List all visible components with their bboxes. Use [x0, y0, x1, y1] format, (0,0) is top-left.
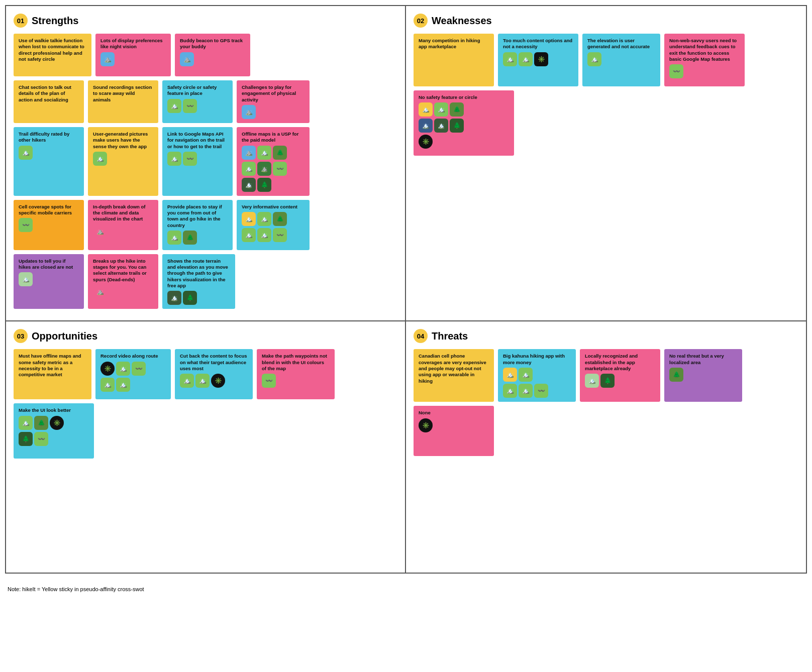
strength-card-ugc[interactable]: User-generated pictures make users have …	[88, 127, 158, 196]
opportunity-card-offlinemaps[interactable]: Must have offline maps and some safety m…	[14, 349, 91, 399]
mountain-icon-11: 🏔️	[503, 52, 517, 66]
opportunity-card-ui-icons2: 🌲 〰️	[19, 432, 89, 446]
opportunity-card-waypoints[interactable]: Make the path waypoints not blend in wit…	[257, 349, 335, 399]
threats-quadrant: 04 Threats Canadian cell phone coverages…	[406, 321, 806, 573]
strength-card-cell-text: Cell coverage spots for specific mobile …	[19, 204, 79, 216]
wave-icon-7: 〰️	[132, 362, 146, 376]
wave-icon-9: 〰️	[34, 432, 48, 446]
strength-card-safety[interactable]: Safety circle or safety feature in place…	[162, 80, 233, 123]
tree-icon: 🌲	[273, 146, 287, 160]
opportunity-card-ui[interactable]: Make the UI look better 🏔️ 🌲 ✳️ 🌲 〰️	[14, 403, 94, 459]
mountain-pink-icon-2: ⛰️	[93, 285, 107, 299]
threat-card-none-text: None	[419, 410, 489, 416]
strength-card-route[interactable]: Shows the route terrain and elevation as…	[162, 254, 235, 309]
strength-card-challenges[interactable]: Challenges to play for engagement of phy…	[237, 80, 310, 123]
wave-icon-2: 〰️	[183, 152, 197, 166]
strengths-header: 01 Strengths	[14, 14, 397, 28]
mountain-yellow-icon: 🏔️	[242, 212, 256, 226]
tree-dark-icon-3: 🌲	[450, 119, 464, 133]
mountain-green-icon-2: 🏔️	[257, 146, 271, 160]
weakness-card-competition[interactable]: Many competition in hiking app marketpla…	[414, 34, 494, 86]
strength-card-trail[interactable]: Trail difficulty rated by other hikers 🏔…	[14, 127, 84, 196]
opportunity-card-cutback[interactable]: Cut back the content to focus on what th…	[175, 349, 253, 399]
mountain-icon-19: 🏔️	[19, 416, 33, 430]
strength-card-buddy[interactable]: Buddy beacon to GPS track your buddy ⛰️	[175, 34, 250, 76]
threat-card-localapp[interactable]: Locally recognized and established in th…	[580, 349, 660, 402]
strengths-row-1: Use of walkie talkie function when lost …	[14, 34, 397, 76]
strength-card-informative[interactable]: Very informative content 🏔️ 🏔️ 🌲 🏔️ 🏔️ 〰…	[237, 200, 310, 250]
strength-card-stages[interactable]: Breaks up the hike into stages for you. …	[88, 254, 158, 309]
strength-card-offline-icons: ⛰️ 🏔️ 🌲	[242, 146, 304, 160]
threat-card-none[interactable]: None ✳️	[414, 406, 494, 456]
strength-card-googlemaps-text: Link to Google Maps API for navigation o…	[167, 131, 228, 150]
weaknesses-row-2: No safety feature or circle 🏔️ 🏔️ 🌲 🏔️ 🏔…	[414, 90, 798, 156]
mountain-green-icon-3: 🏔️	[434, 102, 448, 117]
weakness-card-webusers[interactable]: Non-web-savvy users need to understand f…	[664, 34, 745, 86]
threat-card-cellphone[interactable]: Canadian cell phone coverages are very e…	[414, 349, 494, 402]
strength-card-updates[interactable]: Updates to tell you if hikes are closed …	[14, 254, 84, 309]
opportunity-card-video[interactable]: Record video along route ✳️ 🏔️ 〰️ 🏔️ 🏔️	[95, 349, 171, 399]
strength-card-route-text: Shows the route terrain and elevation as…	[167, 258, 230, 289]
mountain-dark-blue-icon: 🏔️	[419, 119, 433, 133]
mountain-green-icon: 🏔️	[167, 99, 181, 113]
strength-card-offline-text: Offline maps is a USP for the paid model	[242, 131, 304, 144]
weaknesses-header: 02 Weaknesses	[414, 14, 798, 28]
threat-card-localized[interactable]: No real threat but a very localized area…	[664, 349, 742, 402]
strength-card-climate-icons: ⛰️	[93, 225, 153, 239]
opportunity-card-video-icons: ✳️ 🏔️ 〰️	[100, 362, 166, 376]
strength-card-updates-text: Updates to tell you if hikes are closed …	[19, 258, 79, 271]
strength-card-display[interactable]: Lots of display preferences like night v…	[95, 34, 171, 76]
note-text: Note: hikeIt = Yellow sticky in pseudo-a…	[8, 586, 144, 592]
weakness-card-nosafety-icons3: ✳️	[419, 135, 509, 149]
weakness-card-nosafety[interactable]: No safety feature or circle 🏔️ 🏔️ 🌲 🏔️ 🏔…	[414, 90, 514, 156]
mountain-icon: ⛰️	[100, 52, 115, 66]
strength-card-walkie-text: Use of walkie talkie function when lost …	[19, 38, 86, 62]
opportunity-card-waypoints-icons: 〰️	[262, 374, 330, 388]
strength-card-sound-text: Sound recordings section to scare away w…	[93, 84, 153, 103]
threat-card-localized-icons: 🌲	[669, 368, 737, 382]
opportunity-card-cutback-text: Cut back the content to focus on what th…	[180, 353, 248, 372]
strengths-row-3: Trail difficulty rated by other hikers 🏔…	[14, 127, 397, 196]
strength-card-climate-text: In-depth break down of the climate and d…	[93, 204, 153, 222]
strength-card-cell[interactable]: Cell coverage spots for specific mobile …	[14, 200, 84, 250]
tree-dark-icon-4: 🌲	[19, 432, 33, 446]
strength-card-cell-icons: 〰️	[19, 218, 79, 232]
opportunities-number: 03	[14, 329, 28, 343]
mountain-icon-4: 🏔️	[93, 152, 107, 166]
mountain-icon-5: 🏔️	[167, 152, 181, 166]
weakness-card-content[interactable]: Too much content options and not a neces…	[498, 34, 578, 86]
threat-card-cellphone-text: Canadian cell phone coverages are very e…	[419, 353, 489, 384]
strengths-row-2: Chat section to talk out details of the …	[14, 80, 397, 123]
strength-card-climate[interactable]: In-depth break down of the climate and d…	[88, 200, 158, 250]
threats-number: 04	[414, 329, 428, 343]
weakness-card-elevation[interactable]: The elevation is user generated and not …	[582, 34, 660, 86]
weakness-card-nosafety-icons: 🏔️ 🏔️ 🌲	[419, 102, 509, 117]
threat-card-bigkahuna[interactable]: Big kahuna hiking app with more money 🏔️…	[498, 349, 576, 402]
strength-card-buddy-text: Buddy beacon to GPS track your buddy	[180, 38, 245, 50]
strength-card-offline-icons2: 🏔️ ⛰️ 〰️	[242, 162, 304, 176]
mountain-icon-12: 🏔️	[519, 52, 533, 66]
threat-card-none-icons: ✳️	[419, 418, 489, 432]
strengths-number: 01	[14, 14, 28, 28]
strength-card-route-icons: 🏔️ 🌲	[167, 291, 230, 305]
opportunity-card-ui-text: Make the UI look better	[19, 407, 89, 413]
mountain-green-icon-4: 🏔️	[519, 368, 533, 382]
wave-icon-6: 〰️	[669, 64, 683, 78]
opportunities-row-1: Must have offline maps and some safety m…	[14, 349, 397, 399]
threat-card-bigkahuna-text: Big kahuna hiking app with more money	[503, 353, 571, 366]
strength-card-places[interactable]: Provide places to stay if you come from …	[162, 200, 233, 250]
strength-card-informative-icons: 🏔️ 🏔️ 🌲	[242, 212, 304, 226]
strength-card-googlemaps[interactable]: Link to Google Maps API for navigation o…	[162, 127, 233, 196]
strength-card-sound[interactable]: Sound recordings section to scare away w…	[88, 80, 158, 123]
strength-card-chat[interactable]: Chat section to talk out details of the …	[14, 80, 84, 123]
strength-card-stages-icons: ⛰️	[93, 285, 153, 299]
strength-card-walkie[interactable]: Use of walkie talkie function when lost …	[14, 34, 91, 76]
threat-card-localized-text: No real threat but a very localized area	[669, 353, 737, 366]
tree-icon-6: 🌲	[669, 368, 683, 382]
weaknesses-quadrant: 02 Weaknesses Many competition in hiking…	[406, 6, 806, 321]
strengths-title: Strengths	[32, 15, 78, 27]
threat-card-bigkahuna-icons: 🏔️ 🏔️	[503, 368, 571, 382]
mountain-light-icon: 🏔️	[19, 272, 33, 286]
threat-card-localapp-text: Locally recognized and established in th…	[585, 353, 655, 372]
strength-card-offline[interactable]: Offline maps is a USP for the paid model…	[237, 127, 310, 196]
